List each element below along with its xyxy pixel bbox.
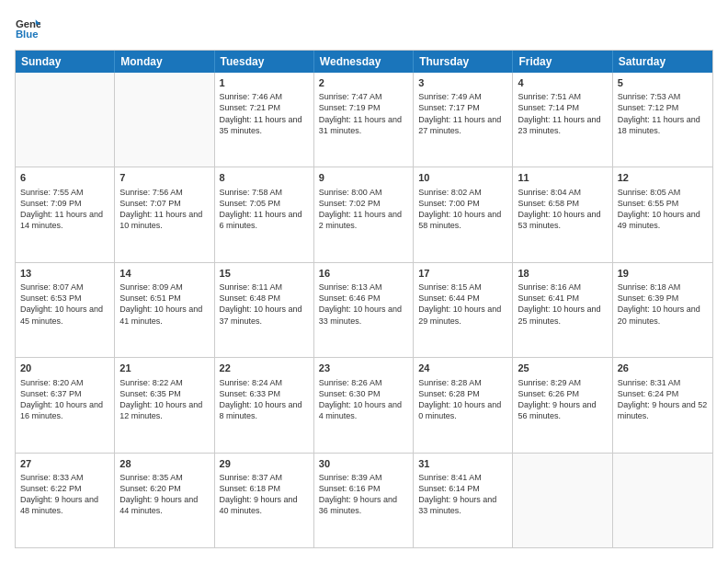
calendar-cell: 19Sunrise: 8:18 AMSunset: 6:39 PMDayligh… [613,263,712,357]
calendar: SundayMondayTuesdayWednesdayThursdayFrid… [15,50,713,548]
calendar-row: 13Sunrise: 8:07 AMSunset: 6:53 PMDayligh… [16,263,712,358]
calendar-cell: 7Sunrise: 7:56 AMSunset: 7:07 PMDaylight… [115,167,214,261]
calendar-cell: 3Sunrise: 7:49 AMSunset: 7:17 PMDaylight… [414,73,513,167]
calendar-cell: 12Sunrise: 8:05 AMSunset: 6:55 PMDayligh… [613,167,712,261]
day-number: 18 [518,267,607,280]
cell-info: Sunrise: 7:49 AMSunset: 7:17 PMDaylight:… [418,91,507,136]
cell-info: Sunrise: 8:28 AMSunset: 6:28 PMDaylight:… [418,377,507,422]
page: General Blue SundayMondayTuesdayWednesda… [0,0,728,563]
cell-info: Sunrise: 8:26 AMSunset: 6:30 PMDaylight:… [319,377,408,422]
day-number: 23 [319,362,408,374]
weekday-header: Tuesday [215,51,314,73]
calendar-cell: 31Sunrise: 8:41 AMSunset: 6:14 PMDayligh… [414,454,513,547]
calendar-row: 1Sunrise: 7:46 AMSunset: 7:21 PMDaylight… [16,73,712,167]
calendar-cell: 11Sunrise: 8:04 AMSunset: 6:58 PMDayligh… [513,167,612,261]
day-number: 30 [319,457,408,470]
calendar-cell: 14Sunrise: 8:09 AMSunset: 6:51 PMDayligh… [115,263,214,357]
logo: General Blue [15,15,44,40]
day-number: 24 [418,362,507,374]
weekday-header: Thursday [414,51,513,73]
calendar-cell [115,73,214,167]
calendar-cell: 8Sunrise: 7:58 AMSunset: 7:05 PMDaylight… [215,167,314,261]
day-number: 29 [220,457,309,470]
day-number: 22 [220,362,309,374]
cell-info: Sunrise: 8:04 AMSunset: 6:58 PMDaylight:… [518,187,607,232]
cell-info: Sunrise: 8:11 AMSunset: 6:48 PMDaylight:… [220,282,309,327]
cell-info: Sunrise: 8:37 AMSunset: 6:18 PMDaylight:… [220,472,309,517]
cell-info: Sunrise: 8:33 AMSunset: 6:22 PMDaylight:… [20,472,109,517]
calendar-cell: 26Sunrise: 8:31 AMSunset: 6:24 PMDayligh… [613,358,712,452]
day-number: 25 [518,362,607,374]
cell-info: Sunrise: 8:15 AMSunset: 6:44 PMDaylight:… [418,282,507,327]
calendar-cell: 15Sunrise: 8:11 AMSunset: 6:48 PMDayligh… [215,263,314,357]
calendar-cell [613,454,712,547]
calendar-row: 6Sunrise: 7:55 AMSunset: 7:09 PMDaylight… [16,167,712,262]
day-number: 7 [119,171,209,184]
cell-info: Sunrise: 7:46 AMSunset: 7:21 PMDaylight:… [220,91,309,136]
day-number: 1 [220,76,309,89]
day-number: 31 [418,457,507,470]
cell-info: Sunrise: 8:41 AMSunset: 6:14 PMDaylight:… [418,472,507,517]
calendar-header: SundayMondayTuesdayWednesdayThursdayFrid… [16,51,712,73]
cell-info: Sunrise: 8:07 AMSunset: 6:53 PMDaylight:… [20,282,109,327]
calendar-cell: 10Sunrise: 8:02 AMSunset: 7:00 PMDayligh… [414,167,513,261]
cell-info: Sunrise: 7:47 AMSunset: 7:19 PMDaylight:… [319,91,408,136]
calendar-cell: 6Sunrise: 7:55 AMSunset: 7:09 PMDaylight… [16,167,115,261]
calendar-cell: 17Sunrise: 8:15 AMSunset: 6:44 PMDayligh… [414,263,513,357]
day-number: 2 [319,76,408,89]
day-number: 28 [119,457,209,470]
cell-info: Sunrise: 8:35 AMSunset: 6:20 PMDaylight:… [119,472,209,517]
cell-info: Sunrise: 8:13 AMSunset: 6:46 PMDaylight:… [319,282,408,327]
cell-info: Sunrise: 8:16 AMSunset: 6:41 PMDaylight:… [518,282,607,327]
day-number: 19 [618,267,708,280]
calendar-cell: 23Sunrise: 8:26 AMSunset: 6:30 PMDayligh… [314,358,414,452]
day-number: 17 [418,267,507,280]
day-number: 9 [319,171,408,184]
calendar-cell: 1Sunrise: 7:46 AMSunset: 7:21 PMDaylight… [215,73,314,167]
header: General Blue [15,15,713,40]
calendar-row: 20Sunrise: 8:20 AMSunset: 6:37 PMDayligh… [16,358,712,453]
cell-info: Sunrise: 8:20 AMSunset: 6:37 PMDaylight:… [20,377,109,422]
cell-info: Sunrise: 7:56 AMSunset: 7:07 PMDaylight:… [119,187,209,232]
cell-info: Sunrise: 8:18 AMSunset: 6:39 PMDaylight:… [618,282,708,327]
day-number: 13 [20,267,109,280]
day-number: 16 [319,267,408,280]
cell-info: Sunrise: 8:05 AMSunset: 6:55 PMDaylight:… [618,187,708,232]
calendar-cell: 16Sunrise: 8:13 AMSunset: 6:46 PMDayligh… [314,263,414,357]
day-number: 3 [418,76,507,89]
day-number: 27 [20,457,109,470]
svg-text:Blue: Blue [16,29,39,40]
weekday-header: Friday [513,51,612,73]
day-number: 14 [119,267,209,280]
day-number: 4 [518,76,607,89]
calendar-cell: 30Sunrise: 8:39 AMSunset: 6:16 PMDayligh… [314,454,414,547]
cell-info: Sunrise: 7:55 AMSunset: 7:09 PMDaylight:… [20,187,109,232]
calendar-cell: 22Sunrise: 8:24 AMSunset: 6:33 PMDayligh… [215,358,314,452]
day-number: 15 [220,267,309,280]
day-number: 21 [119,362,209,374]
cell-info: Sunrise: 7:51 AMSunset: 7:14 PMDaylight:… [518,91,607,136]
cell-info: Sunrise: 8:02 AMSunset: 7:00 PMDaylight:… [418,187,507,232]
calendar-cell: 20Sunrise: 8:20 AMSunset: 6:37 PMDayligh… [16,358,115,452]
day-number: 11 [518,171,607,184]
day-number: 26 [618,362,708,374]
calendar-body: 1Sunrise: 7:46 AMSunset: 7:21 PMDaylight… [16,73,712,547]
cell-info: Sunrise: 8:39 AMSunset: 6:16 PMDaylight:… [319,472,408,517]
logo-icon: General Blue [15,15,40,40]
weekday-header: Sunday [16,51,115,73]
cell-info: Sunrise: 8:31 AMSunset: 6:24 PMDaylight:… [618,377,708,422]
cell-info: Sunrise: 8:24 AMSunset: 6:33 PMDaylight:… [220,377,309,422]
calendar-cell: 5Sunrise: 7:53 AMSunset: 7:12 PMDaylight… [613,73,712,167]
calendar-cell: 2Sunrise: 7:47 AMSunset: 7:19 PMDaylight… [314,73,414,167]
day-number: 5 [618,76,708,89]
cell-info: Sunrise: 7:58 AMSunset: 7:05 PMDaylight:… [220,187,309,232]
cell-info: Sunrise: 8:22 AMSunset: 6:35 PMDaylight:… [119,377,209,422]
cell-info: Sunrise: 8:29 AMSunset: 6:26 PMDaylight:… [518,377,607,422]
calendar-row: 27Sunrise: 8:33 AMSunset: 6:22 PMDayligh… [16,454,712,547]
day-number: 6 [20,171,109,184]
weekday-header: Monday [115,51,214,73]
weekday-header: Wednesday [314,51,414,73]
calendar-cell: 25Sunrise: 8:29 AMSunset: 6:26 PMDayligh… [513,358,612,452]
calendar-cell: 18Sunrise: 8:16 AMSunset: 6:41 PMDayligh… [513,263,612,357]
calendar-cell: 9Sunrise: 8:00 AMSunset: 7:02 PMDaylight… [314,167,414,261]
